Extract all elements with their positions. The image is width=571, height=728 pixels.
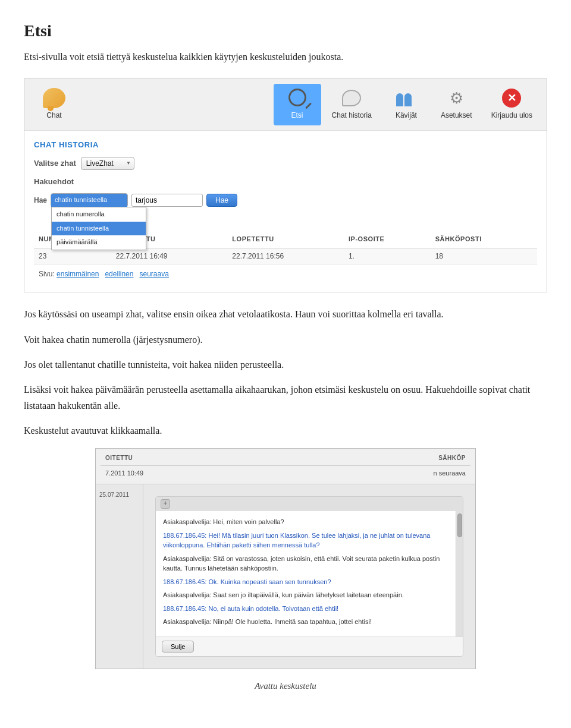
chat-message-3: Asiakaspalvelija: Sitä on varastossa, jo… [163, 554, 440, 573]
valitse-zhat-row: Valitse zhat LiveZhat [34, 157, 537, 170]
dropdown-selected: chatin tunnisteella [51, 194, 127, 207]
search-input[interactable] [131, 194, 203, 207]
logout-nav-icon: ✕ [500, 87, 523, 109]
col-sahkoposti: SÄHKÖPOSTI [431, 231, 537, 248]
nav-item-kirjaudu-ulos[interactable]: ✕ Kirjaudu ulos [483, 84, 541, 125]
search-row: Hae chatin tunnisteella chatin numerolla… [34, 193, 537, 207]
pagination-ensimmainen[interactable]: ensimmäinen [57, 270, 99, 278]
chat-message-5: Asiakaspalvelija: Saat sen jo iltapäiväl… [163, 590, 440, 600]
pagination-edellinen[interactable]: edellinen [105, 270, 133, 278]
bottom-table-row: 7.2011 10:49 n seuraava [101, 466, 470, 481]
col-lopetettu: LOPETETTU [227, 231, 344, 248]
nav-item-kavijat[interactable]: Kävijät [382, 84, 430, 125]
users-nav-icon [394, 87, 418, 109]
chat-message-4: 188.67.186.45: Ok. Kuinka nopeasti saan … [163, 577, 440, 587]
screenshot-2: OITETTU SÄHKÖP 7.2011 10:49 n seuraava 2… [95, 448, 476, 669]
dropdown-option-3[interactable]: päivämäärällä [52, 235, 146, 250]
table-row[interactable]: 23 22.7.2011 16:49 22.7.2011 16:56 1. 18 [34, 248, 537, 264]
chat-popup: + Asiakaspalvelija: Hei, miten voin palv… [155, 496, 463, 657]
nav-item-asetukset[interactable]: ⚙ Asetukset [432, 84, 481, 125]
chat-message-2: 188.67.186.45: Hei! Mä tilasin juuri tuo… [163, 531, 440, 550]
caption: Avattu keskustelu [24, 679, 547, 693]
nav-item-chat[interactable]: Chat [30, 84, 78, 125]
pagination-seuraava[interactable]: seuraava [139, 270, 168, 278]
cell-lopetettu: 22.7.2011 16:56 [227, 248, 344, 264]
page-subtitle: Etsi-sivulla voit etsiä tiettyä keskuste… [24, 49, 547, 65]
body-text-1: Jos käytössäsi on useampi zhat, valitse … [24, 307, 547, 322]
page-title: Etsi [24, 18, 547, 45]
hae-button[interactable]: Hae [206, 194, 237, 207]
chat-message-7: Asiakaspalvelija: Niinpä! Ole huoletta. … [163, 617, 440, 627]
chat-messages: Asiakaspalvelija: Hei, miten voin palvel… [163, 517, 448, 627]
bottom-cell-1: 7.2011 10:49 [101, 466, 297, 481]
body-text-5: Keskustelut avautuvat klikkaamalla. [24, 423, 547, 439]
chat-message-1: Asiakaspalvelija: Hei, miten voin palvel… [163, 517, 440, 527]
pagination-row: Sivu: ensimmäinen edellinen seuraava [34, 265, 537, 283]
chat-header-bar: + [156, 497, 463, 511]
dropdown-option-2[interactable]: chatin tunnisteella [52, 222, 146, 236]
bottom-cell-2: n seuraava [297, 466, 470, 481]
chat-message-6: 188.67.186.45: No, ei auta kuin odotella… [163, 604, 440, 614]
sulje-button[interactable]: Sulje [162, 641, 194, 653]
search-type-dropdown[interactable]: chatin tunnisteella chatin numerolla cha… [51, 193, 128, 207]
chat-hist-nav-icon [340, 87, 363, 109]
nav-item-chat-historia[interactable]: Chat historia [324, 84, 380, 125]
livezhat-select[interactable]: LiveZhat [81, 157, 134, 170]
cell-aloitettu: 22.7.2011 16:49 [111, 248, 228, 264]
chat-popup-area: + Asiakaspalvelija: Hei, miten voin palv… [143, 484, 475, 669]
nav-bar: Chat Etsi Chat historia Kävijät [24, 79, 547, 130]
cell-numero: 23 [34, 248, 111, 264]
dropdown-list: chatin numerolla chatin tunnisteella päi… [51, 207, 146, 250]
scrollbar-thumb [457, 513, 462, 537]
gear-nav-icon: ⚙ [444, 87, 468, 109]
cell-ip: 1. [344, 248, 431, 264]
content-area: CHAT HISTORIA Valitse zhat LiveZhat Haku… [24, 131, 547, 292]
cell-sahkoposti: 18 [431, 248, 537, 264]
search-nav-icon [286, 87, 309, 109]
body-text-4: Lisäksi voit hakea päivämäärän perusteel… [24, 382, 547, 414]
bottom-table-header: OITETTU SÄHKÖP [101, 451, 470, 466]
bottom-table: OITETTU SÄHKÖP 7.2011 10:49 n seuraava [101, 451, 470, 481]
body-text-3: Jos olet tallentanut chatille tunnisteit… [24, 357, 547, 373]
body-text-2: Voit hakea chatin numerolla (järjestysnu… [24, 332, 547, 348]
chat-main: Asiakaspalvelija: Hei, miten voin palvel… [156, 511, 456, 636]
section-header: CHAT HISTORIA [34, 139, 537, 152]
bottom-col-sahkop: SÄHKÖP [297, 451, 470, 466]
col-ip: IP-OSOITE [344, 231, 431, 248]
chat-scrollbar[interactable] [456, 511, 463, 636]
chat-date-col: 25.07.2011 [96, 484, 143, 669]
hakuehdot-label: Hakuehdot [34, 176, 537, 188]
screenshot-1: Chat Etsi Chat historia Kävijät [24, 78, 547, 292]
chat-footer: Sulje [156, 636, 463, 656]
bottom-col-oitettu: OITETTU [101, 451, 297, 466]
dropdown-option-1[interactable]: chatin numerolla [52, 207, 146, 222]
chat-outer: Asiakaspalvelija: Hei, miten voin palvel… [156, 511, 463, 636]
nav-item-etsi[interactable]: Etsi [274, 84, 321, 125]
hae-label: Hae [34, 195, 47, 206]
valitse-zhat-label: Valitse zhat [34, 157, 76, 170]
chat-nav-icon [42, 87, 66, 109]
chat-plus-button[interactable]: + [161, 499, 170, 509]
